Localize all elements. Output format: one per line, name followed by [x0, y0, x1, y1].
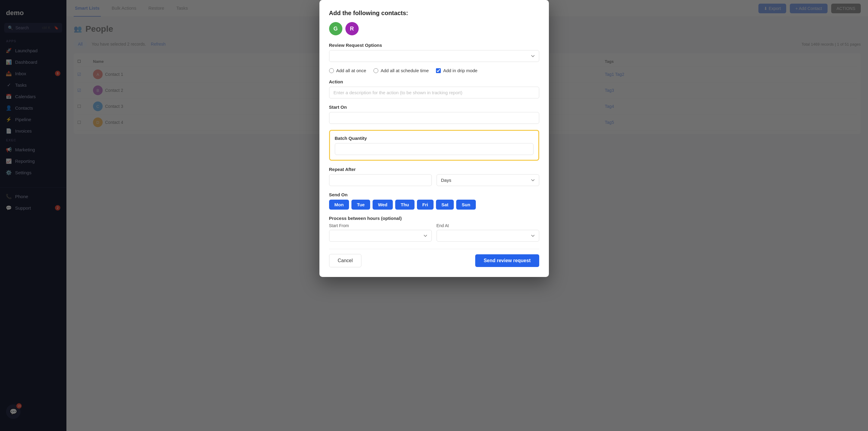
add-all-at-schedule-time-label: Add all at schedule time	[381, 68, 429, 73]
day-btn-wed[interactable]: Wed	[373, 199, 393, 210]
arrow-indicator	[319, 127, 330, 152]
repeat-after-row: Days Hours Minutes	[329, 174, 539, 186]
action-input[interactable]	[329, 87, 539, 98]
day-btn-fri[interactable]: Fri	[417, 199, 434, 210]
repeat-after-input[interactable]	[329, 174, 432, 186]
repeat-after-label: Repeat After	[329, 167, 539, 172]
add-all-at-schedule-time-radio[interactable]	[373, 68, 378, 73]
batch-quantity-section: Batch Quantity	[329, 130, 539, 161]
day-btn-sun[interactable]: Sun	[456, 199, 475, 210]
review-request-options-group: Review Request Options Option 1 Option 2	[329, 42, 539, 62]
start-on-input[interactable]	[329, 112, 539, 124]
process-hours-row: Start From End At	[329, 223, 539, 242]
contact-avatar-r: R	[345, 22, 359, 35]
start-from-col: Start From	[329, 223, 432, 242]
send-on-label: Send On	[329, 192, 539, 197]
day-btn-tue[interactable]: Tue	[351, 199, 370, 210]
contact-avatars: G R	[329, 22, 539, 35]
day-buttons: Mon Tue Wed Thu Fri Sat Sun	[329, 199, 539, 210]
review-request-options-label: Review Request Options	[329, 42, 539, 48]
batch-quantity-input[interactable]	[335, 143, 533, 155]
start-on-label: Start On	[329, 104, 539, 110]
add-in-drip-mode-label: Add in drip mode	[443, 68, 477, 73]
modal-dialog: Add the following contacts: G R Review R…	[319, 0, 549, 277]
add-all-at-once-radio[interactable]	[329, 68, 334, 73]
add-options-group: Add all at once Add all at schedule time…	[329, 68, 539, 73]
contact-avatar-g: G	[329, 22, 342, 35]
add-all-at-schedule-time-option[interactable]: Add all at schedule time	[373, 68, 429, 73]
start-from-label: Start From	[329, 223, 432, 228]
day-btn-sat[interactable]: Sat	[436, 199, 454, 210]
modal-title: Add the following contacts:	[329, 10, 539, 17]
add-all-at-once-label: Add all at once	[336, 68, 366, 73]
start-on-group: Start On	[329, 104, 539, 124]
add-in-drip-mode-checkbox[interactable]	[436, 68, 441, 73]
process-between-hours-label: Process between hours (optional)	[329, 216, 539, 221]
action-label: Action	[329, 79, 539, 84]
process-between-hours-group: Process between hours (optional) Start F…	[329, 216, 539, 242]
add-in-drip-mode-option[interactable]: Add in drip mode	[436, 68, 477, 73]
send-on-group: Send On Mon Tue Wed Thu Fri Sat Sun	[329, 192, 539, 210]
repeat-after-group: Repeat After Days Hours Minutes	[329, 167, 539, 186]
repeat-after-unit-select[interactable]: Days Hours Minutes	[437, 174, 539, 186]
action-group: Action	[329, 79, 539, 98]
review-request-options-select[interactable]: Option 1 Option 2	[329, 50, 539, 62]
batch-quantity-label: Batch Quantity	[335, 135, 533, 141]
modal-overlay: Add the following contacts: G R Review R…	[0, 0, 868, 431]
end-at-label: End At	[437, 223, 539, 228]
start-from-select[interactable]	[329, 230, 432, 242]
end-at-col: End At	[437, 223, 539, 242]
day-btn-mon[interactable]: Mon	[329, 199, 349, 210]
end-at-select[interactable]	[437, 230, 539, 242]
day-btn-thu[interactable]: Thu	[395, 199, 414, 210]
send-review-request-button[interactable]: Send review request	[475, 254, 539, 267]
cancel-button[interactable]: Cancel	[329, 254, 362, 267]
add-all-at-once-option[interactable]: Add all at once	[329, 68, 366, 73]
modal-footer: Cancel Send review request	[329, 249, 539, 267]
